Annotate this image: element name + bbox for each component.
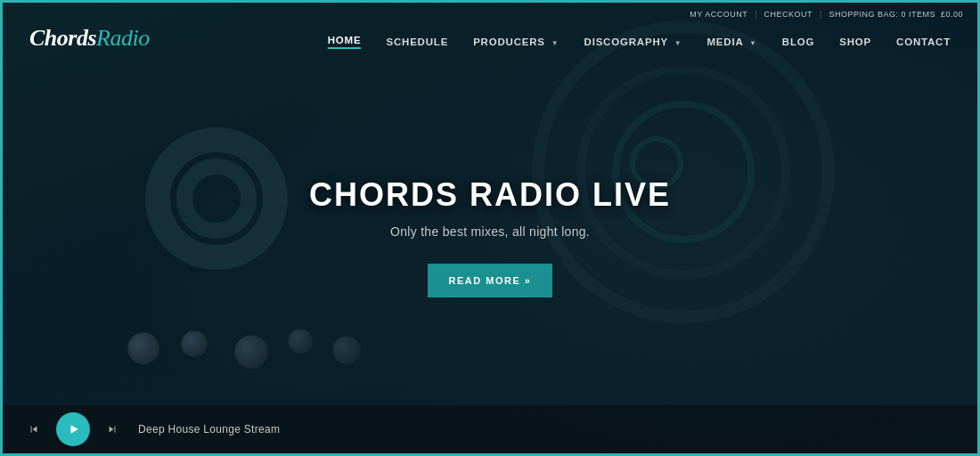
nav-item-blog[interactable]: BLOG xyxy=(782,37,814,47)
nav-item-discography[interactable]: DISCOGRAPHY ▼ xyxy=(584,37,682,47)
nav-item-schedule[interactable]: SCHEDULE xyxy=(386,37,448,47)
prev-button[interactable] xyxy=(24,419,44,439)
logo-chords: Chords xyxy=(29,25,96,51)
nav-item-contact[interactable]: CONTACT xyxy=(896,37,951,47)
svg-marker-3 xyxy=(110,427,114,433)
svg-marker-0 xyxy=(33,427,37,433)
app-container: MY ACCOUNT | CHECKOUT | SHOPPING BAG: 0 … xyxy=(0,0,980,456)
hero-content: CHORDS RADIO LIVE Only the best mixes, a… xyxy=(309,176,671,297)
site-logo[interactable]: ChordsRadio xyxy=(29,24,150,52)
read-more-button[interactable]: READ MORE » xyxy=(428,264,553,297)
track-name: Deep House Lounge Stream xyxy=(138,423,280,436)
navbar: ChordsRadio HOME SCHEDULE PRODUCERS ▼ DI… xyxy=(3,3,977,65)
hero-title: CHORDS RADIO LIVE xyxy=(309,176,671,214)
svg-marker-2 xyxy=(71,425,78,433)
media-dropdown-icon: ▼ xyxy=(749,39,757,47)
nav-item-home[interactable]: HOME xyxy=(328,35,362,49)
hero-subtitle: Only the best mixes, all night long. xyxy=(309,224,671,239)
play-button[interactable] xyxy=(56,412,90,446)
nav-item-producers[interactable]: PRODUCERS ▼ xyxy=(473,37,559,47)
logo-radio: Radio xyxy=(96,25,150,51)
next-button[interactable] xyxy=(102,419,122,439)
svg-rect-1 xyxy=(31,427,32,433)
svg-rect-4 xyxy=(115,427,116,433)
discography-dropdown-icon: ▼ xyxy=(674,39,682,47)
nav-item-media[interactable]: MEDIA ▼ xyxy=(706,37,756,47)
producers-dropdown-icon: ▼ xyxy=(551,39,559,47)
nav-links: HOME SCHEDULE PRODUCERS ▼ DISCOGRAPHY ▼ … xyxy=(328,35,951,49)
player-bar: Deep House Lounge Stream xyxy=(3,405,977,453)
nav-item-shop[interactable]: SHOP xyxy=(839,37,871,47)
